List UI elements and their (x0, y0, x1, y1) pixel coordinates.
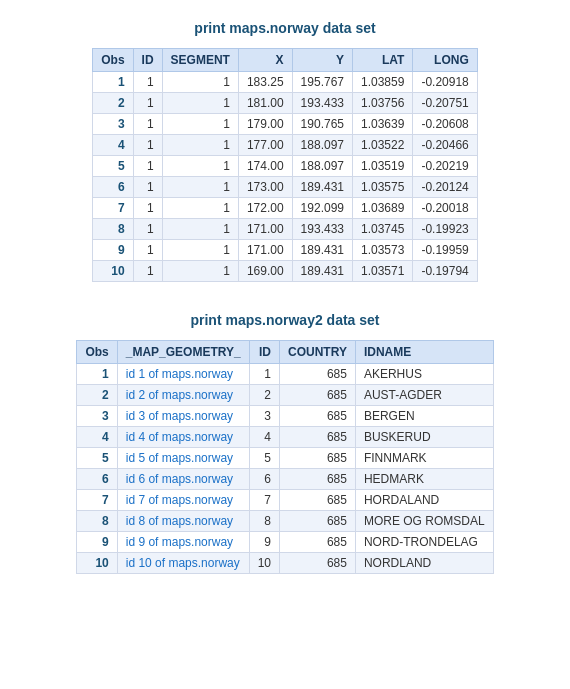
table1-col-id: ID (133, 49, 162, 72)
table1-cell-r2-c4: 181.00 (238, 93, 292, 114)
table1-cell-r6-c6: 1.03575 (353, 177, 413, 198)
table1-cell-r6-c5: 189.431 (292, 177, 352, 198)
table-row: 211181.00193.4331.03756-0.20751 (93, 93, 478, 114)
table2-cell-r2-c3: 2 (249, 385, 279, 406)
table2-cell-r5-c1: 5 (77, 448, 117, 469)
table2-cell-r4-c3: 4 (249, 427, 279, 448)
table2-cell-r4-c2: id 4 of maps.norway (117, 427, 249, 448)
table1-cell-r9-c1: 9 (93, 240, 133, 261)
table1-cell-r10-c5: 189.431 (292, 261, 352, 282)
table1-cell-r10-c6: 1.03571 (353, 261, 413, 282)
table1-cell-r9-c4: 171.00 (238, 240, 292, 261)
table2-cell-r10-c3: 10 (249, 553, 279, 574)
table2-col-idname: IDNAME (355, 341, 493, 364)
table1-cell-r9-c2: 1 (133, 240, 162, 261)
table2-cell-r5-c3: 5 (249, 448, 279, 469)
table1-cell-r8-c2: 1 (133, 219, 162, 240)
table1-cell-r7-c1: 7 (93, 198, 133, 219)
table2-cell-r9-c3: 9 (249, 532, 279, 553)
table2-cell-r9-c4: 685 (280, 532, 356, 553)
table2-cell-r3-c3: 3 (249, 406, 279, 427)
table1-cell-r3-c5: 190.765 (292, 114, 352, 135)
table2-cell-r2-c1: 2 (77, 385, 117, 406)
table1-cell-r4-c2: 1 (133, 135, 162, 156)
table2-cell-r9-c5: NORD-TRONDELAG (355, 532, 493, 553)
table2-section: print maps.norway2 data set Obs _MAP_GEO… (20, 312, 550, 574)
table1-cell-r6-c1: 6 (93, 177, 133, 198)
table1-cell-r10-c7: -0.19794 (413, 261, 477, 282)
table1-cell-r7-c4: 172.00 (238, 198, 292, 219)
table2-cell-r6-c3: 6 (249, 469, 279, 490)
table1-cell-r3-c6: 1.03639 (353, 114, 413, 135)
table1-cell-r10-c4: 169.00 (238, 261, 292, 282)
table1-cell-r6-c2: 1 (133, 177, 162, 198)
table1-cell-r3-c7: -0.20608 (413, 114, 477, 135)
table1-cell-r4-c7: -0.20466 (413, 135, 477, 156)
table2-col-country: COUNTRY (280, 341, 356, 364)
table2-cell-r7-c2: id 7 of maps.norway (117, 490, 249, 511)
table1-cell-r4-c6: 1.03522 (353, 135, 413, 156)
table2-cell-r1-c1: 1 (77, 364, 117, 385)
table1-cell-r3-c1: 3 (93, 114, 133, 135)
table1-cell-r2-c5: 193.433 (292, 93, 352, 114)
table1-cell-r3-c3: 1 (162, 114, 238, 135)
table1-cell-r1-c4: 183.25 (238, 72, 292, 93)
table2-cell-r10-c2: id 10 of maps.norway (117, 553, 249, 574)
table1-cell-r9-c7: -0.19959 (413, 240, 477, 261)
table-row: 511174.00188.0971.03519-0.20219 (93, 156, 478, 177)
table1-cell-r9-c6: 1.03573 (353, 240, 413, 261)
table1-cell-r6-c3: 1 (162, 177, 238, 198)
table1-cell-r8-c7: -0.19923 (413, 219, 477, 240)
table1-cell-r5-c1: 5 (93, 156, 133, 177)
table2-col-map-geometry: _MAP_GEOMETRY_ (117, 341, 249, 364)
table1-col-segment: SEGMENT (162, 49, 238, 72)
table1-cell-r10-c1: 10 (93, 261, 133, 282)
table-row: 7id 7 of maps.norway7685HORDALAND (77, 490, 493, 511)
table-row: 2id 2 of maps.norway2685AUST-AGDER (77, 385, 493, 406)
table-row: 10id 10 of maps.norway10685NORDLAND (77, 553, 493, 574)
table1-cell-r1-c3: 1 (162, 72, 238, 93)
table1-cell-r4-c5: 188.097 (292, 135, 352, 156)
table2-cell-r2-c4: 685 (280, 385, 356, 406)
table1-cell-r4-c3: 1 (162, 135, 238, 156)
table-row: 5id 5 of maps.norway5685FINNMARK (77, 448, 493, 469)
table1-cell-r2-c6: 1.03756 (353, 93, 413, 114)
table2-cell-r8-c1: 8 (77, 511, 117, 532)
table-row: 111183.25195.7671.03859-0.20918 (93, 72, 478, 93)
table2-cell-r7-c5: HORDALAND (355, 490, 493, 511)
table1-cell-r8-c5: 193.433 (292, 219, 352, 240)
table1-cell-r5-c5: 188.097 (292, 156, 352, 177)
table2-cell-r10-c1: 10 (77, 553, 117, 574)
table-row: 1011169.00189.4311.03571-0.19794 (93, 261, 478, 282)
table-row: 1id 1 of maps.norway1685AKERHUS (77, 364, 493, 385)
table2-cell-r3-c1: 3 (77, 406, 117, 427)
table-row: 311179.00190.7651.03639-0.20608 (93, 114, 478, 135)
table2-cell-r1-c3: 1 (249, 364, 279, 385)
table1-cell-r5-c7: -0.20219 (413, 156, 477, 177)
table2-cell-r8-c2: id 8 of maps.norway (117, 511, 249, 532)
table2-cell-r5-c5: FINNMARK (355, 448, 493, 469)
table2-cell-r1-c2: id 1 of maps.norway (117, 364, 249, 385)
table1-cell-r8-c6: 1.03745 (353, 219, 413, 240)
table1-cell-r7-c5: 192.099 (292, 198, 352, 219)
table1-cell-r3-c4: 179.00 (238, 114, 292, 135)
table1-cell-r8-c4: 171.00 (238, 219, 292, 240)
table2-title: print maps.norway2 data set (20, 312, 550, 328)
table-row: 811171.00193.4331.03745-0.19923 (93, 219, 478, 240)
table2-cell-r3-c2: id 3 of maps.norway (117, 406, 249, 427)
table-row: 6id 6 of maps.norway6685HEDMARK (77, 469, 493, 490)
table1-cell-r9-c5: 189.431 (292, 240, 352, 261)
table1-cell-r4-c4: 177.00 (238, 135, 292, 156)
table2-cell-r1-c4: 685 (280, 364, 356, 385)
table-row: 911171.00189.4311.03573-0.19959 (93, 240, 478, 261)
table1-cell-r6-c7: -0.20124 (413, 177, 477, 198)
table1-cell-r5-c6: 1.03519 (353, 156, 413, 177)
table1-cell-r5-c2: 1 (133, 156, 162, 177)
table2-cell-r6-c5: HEDMARK (355, 469, 493, 490)
table1-cell-r2-c7: -0.20751 (413, 93, 477, 114)
table2-cell-r10-c5: NORDLAND (355, 553, 493, 574)
table2-cell-r6-c4: 685 (280, 469, 356, 490)
table1-cell-r8-c1: 8 (93, 219, 133, 240)
table2-cell-r9-c1: 9 (77, 532, 117, 553)
table1-title: print maps.norway data set (20, 20, 550, 36)
